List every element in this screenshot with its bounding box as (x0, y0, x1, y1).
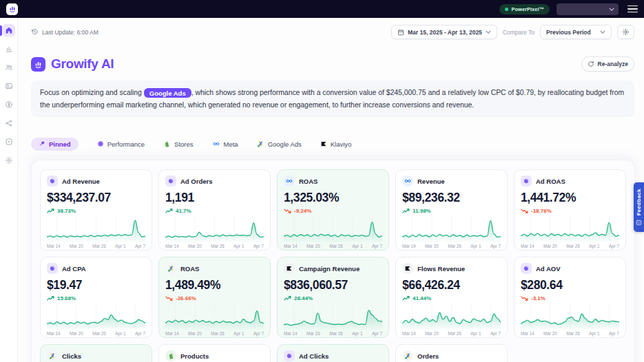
metric-card-flows-revenue[interactable]: Flows Revenue$66,426.2441.44%Mar 14Mar 2… (395, 257, 508, 338)
metric-value: $334,237.07 (47, 191, 145, 205)
sidebar-item-coin[interactable] (3, 98, 15, 111)
card-header: Ad AOV (521, 263, 619, 274)
metric-value: $19.47 (47, 278, 145, 292)
metric-card-ad-cpa[interactable]: Ad CPA$19.4715.68%Mar 14Mar 20Mar 26Apr … (40, 257, 152, 338)
metric-delta: 38.73% (47, 208, 145, 214)
metric-label: Ad Orders (180, 178, 212, 185)
tab-stores[interactable]: Stores (163, 138, 193, 151)
feedback-button[interactable]: Feedback (634, 182, 644, 232)
tab-label: Pinned (49, 140, 71, 148)
metric-delta: 28.44% (284, 295, 382, 301)
google-ads-icon (257, 140, 264, 148)
card-header: Ad Orders (165, 175, 264, 187)
card-header: Campaign Revenue (284, 263, 382, 274)
card-header: ROAS (284, 175, 382, 187)
metric-delta: -3.1% (521, 295, 619, 301)
metric-label: ROAS (299, 178, 318, 185)
feedback-smiley-icon (636, 220, 642, 226)
metric-value: $836,060.57 (284, 278, 382, 292)
metric-card-roas[interactable]: ROAS1,325.03%-9.24%Mar 14Mar 20Mar 26Apr… (277, 169, 389, 251)
metric-label: ROAS (180, 265, 199, 273)
metric-card-revenue[interactable]: Revenue$89,236.3211.98%Mar 14Mar 20Mar 2… (395, 169, 508, 251)
re-analyze-label: Re-analyze (598, 61, 628, 67)
x-tick-label: Apr 7 (135, 331, 145, 336)
trend-up-icon (402, 209, 410, 213)
ads-icon (284, 350, 295, 361)
page-header: Last Update: 6:00 AM Mar 15, 2025 - Apr … (18, 18, 644, 39)
compare-to-label: Compare To (503, 29, 534, 36)
account-dropdown[interactable] (557, 3, 619, 15)
sidebar-item-media[interactable] (3, 80, 15, 92)
sidebar-item-analytics[interactable] (3, 43, 15, 55)
ads-icon (521, 175, 532, 187)
sparkline-chart (521, 216, 619, 242)
metric-label: Ad ROAS (536, 178, 565, 185)
x-tick-label: Mar 26 (566, 331, 580, 336)
x-tick-label: Apr 7 (490, 331, 501, 336)
compare-period-select[interactable]: Previous Period (540, 25, 612, 39)
metric-value: $66,426.24 (402, 278, 501, 292)
metric-card-ad-orders[interactable]: Ad Orders1,19141.7%Mar 14Mar 20Mar 26Apr… (158, 169, 271, 251)
x-tick-label: Mar 26 (92, 331, 106, 336)
tab-performance[interactable]: Performance (97, 138, 145, 151)
settings-icon (5, 156, 13, 164)
x-tick-label: Mar 20 (425, 331, 439, 336)
x-tick-label: Apr 1 (470, 244, 481, 248)
sidebar-item-users[interactable] (3, 61, 15, 74)
sparkline-chart (284, 216, 382, 242)
google-ads-icon (402, 350, 413, 361)
powerpixel-badge[interactable]: PowerPixel™ (499, 4, 550, 14)
metric-card-clicks[interactable]: Clicks (40, 344, 152, 362)
x-tick-label: Mar 20 (307, 244, 320, 248)
x-tick-label: Apr 1 (470, 331, 481, 336)
sparkline-chart (402, 216, 501, 242)
sidebar-item-integrations[interactable] (3, 136, 15, 148)
sparkline-chart (165, 216, 264, 242)
meta-icon (284, 175, 295, 187)
date-range-value: Mar 15, 2025 - Apr 13, 2025 (408, 29, 482, 36)
sidebar-item-home[interactable] (3, 24, 15, 36)
x-tick-label: Apr 7 (253, 244, 264, 248)
trend-down-icon (521, 296, 528, 301)
tab-google-ads[interactable]: Google Ads (257, 138, 302, 151)
chevron-down-icon (609, 8, 614, 11)
topbar: PowerPixel™ (0, 0, 644, 18)
chart-x-labels: Mar 14Mar 20Mar 26Apr 1Apr 7 (521, 244, 619, 248)
metric-card-roas[interactable]: ROAS1,489.49%-26.66%Mar 14Mar 20Mar 26Ap… (158, 257, 271, 338)
delta-value: -18.76% (531, 208, 552, 214)
x-tick-label: Apr 7 (372, 331, 382, 336)
tab-pinned[interactable]: Pinned (31, 138, 79, 151)
date-range-picker[interactable]: Mar 15, 2025 - Apr 13, 2025 (391, 25, 497, 39)
x-tick-label: Mar 14 (47, 244, 61, 248)
x-tick-label: Apr 1 (352, 331, 362, 336)
sparkline-chart (47, 216, 145, 242)
dashboard-settings-button[interactable] (617, 25, 634, 39)
metric-card-ad-clicks[interactable]: Ad Clicks (277, 344, 389, 362)
x-tick-label: Mar 26 (211, 244, 225, 248)
metric-card-orders[interactable]: Orders (395, 344, 508, 362)
tab-meta[interactable]: Meta (212, 137, 238, 151)
menu-icon[interactable] (627, 6, 638, 13)
metric-delta: 11.98% (402, 208, 501, 214)
metric-delta: 15.68% (47, 295, 145, 301)
metric-card-products[interactable]: Products (158, 344, 271, 362)
metric-card-ad-roas[interactable]: Ad ROAS1,441.72%-18.76%Mar 14Mar 20Mar 2… (514, 169, 626, 251)
trend-up-icon (284, 296, 291, 301)
google-ads-icon (165, 263, 176, 274)
re-analyze-button[interactable]: Re-analyze (581, 56, 634, 72)
metric-card-ad-aov[interactable]: Ad AOV$280.64-3.1%Mar 14Mar 20Mar 26Apr … (514, 257, 626, 338)
ads-icon (47, 175, 58, 187)
trend-down-icon (284, 209, 291, 213)
sidebar-item-settings[interactable] (3, 154, 15, 167)
tab-klaviyo[interactable]: Klaviyo (320, 138, 352, 151)
cards-grid: Ad Revenue$334,237.0738.73%Mar 14Mar 20M… (40, 169, 626, 338)
metric-card-ad-revenue[interactable]: Ad Revenue$334,237.0738.73%Mar 14Mar 20M… (40, 169, 152, 251)
x-tick-label: Mar 26 (329, 331, 343, 336)
growify-ai-icon (31, 57, 45, 72)
metric-card-campaign-revenue[interactable]: Campaign Revenue$836,060.5728.44%Mar 14M… (277, 257, 389, 338)
sidebar-item-share[interactable] (3, 117, 15, 129)
performance-icon (97, 140, 104, 147)
card-header: Ad CPA (47, 263, 145, 274)
x-tick-label: Mar 20 (425, 244, 439, 248)
x-tick-label: Mar 14 (521, 244, 534, 248)
